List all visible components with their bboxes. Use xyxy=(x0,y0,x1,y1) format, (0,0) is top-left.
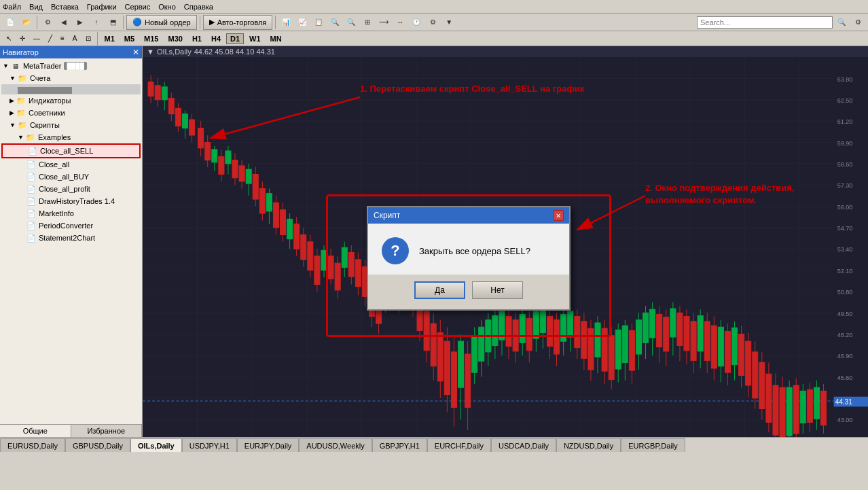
nav-script-close-profit[interactable]: Close_all_profit xyxy=(1,183,141,195)
svg-rect-76 xyxy=(232,160,238,178)
tab-usdjpy-h1[interactable]: USDJPY,H1 xyxy=(182,438,237,452)
tab-gbpusd-daily[interactable]: GBPUSD,Daily xyxy=(65,438,130,452)
svg-rect-64 xyxy=(189,120,195,135)
search-button[interactable]: 🔍 xyxy=(834,15,849,30)
nav-accounts[interactable]: ▼ Счета xyxy=(1,72,141,84)
nav-examples[interactable]: ▼ Examples xyxy=(1,131,141,143)
advisors-expand[interactable]: ▶ xyxy=(10,109,14,116)
zoom-in-btn[interactable]: 🔍 xyxy=(327,15,342,30)
dialog-yes-button[interactable]: Да xyxy=(414,281,465,299)
tab-eurchf-daily[interactable]: EURCHF,Daily xyxy=(427,438,491,452)
back-btn[interactable]: ◀ xyxy=(56,15,71,30)
hline-btn[interactable]: ≡ xyxy=(57,33,68,45)
trendline-btn[interactable]: ╱ xyxy=(45,33,56,45)
tf-h1[interactable]: H1 xyxy=(188,33,206,44)
nav-metatrader[interactable]: ▼ 🖥 MetaTrader ████ xyxy=(1,60,141,72)
indicators-expand[interactable]: ▶ xyxy=(10,97,14,104)
navigator-close-button[interactable]: ✕ xyxy=(132,48,139,57)
more-btn[interactable]: ▼ xyxy=(441,15,456,30)
nav-advisors[interactable]: ▶ Советники xyxy=(1,107,141,119)
tab-audusd-weekly[interactable]: AUDUSD,Weekly xyxy=(299,438,372,452)
nav-script-close-sell[interactable]: Cloce_all_SELL xyxy=(1,143,141,158)
svg-rect-202 xyxy=(664,317,669,351)
new-order-button[interactable]: 🔵 Новый ордер xyxy=(126,15,197,30)
tab-eurgbp-daily[interactable]: EURGBP,Daily xyxy=(621,438,685,452)
cursor-btn[interactable]: ↖ xyxy=(3,33,15,45)
nav-script-draw-history[interactable]: DrawHistoryTrades 1.4 xyxy=(1,195,141,207)
tf-m1[interactable]: M1 xyxy=(101,33,119,44)
periods-btn[interactable]: 🕐 xyxy=(409,15,424,30)
navigator-title: Навигатор xyxy=(3,48,39,56)
tab-eurusd-daily[interactable]: EURUSD,Daily xyxy=(0,438,65,452)
nav-script-close-buy[interactable]: Close_all_BUY xyxy=(1,171,141,183)
nav-account-item[interactable] xyxy=(1,84,141,94)
nav-tab-favorites[interactable]: Избранное xyxy=(71,425,143,437)
autoscroll-btn[interactable]: ↔ xyxy=(393,15,408,30)
tab-eurjpy-daily[interactable]: EURJPY,Daily xyxy=(237,438,300,452)
new-btn[interactable]: 📄 xyxy=(3,15,18,30)
chart-area[interactable]: ▼ OILs,Daily 44.62 45.08 44.10 44.31 xyxy=(143,46,868,437)
tf-d1[interactable]: D1 xyxy=(226,33,244,44)
line-btn[interactable]: — xyxy=(30,33,43,45)
svg-rect-192 xyxy=(629,331,634,371)
tab-nzdusd-daily[interactable]: NZDUSD,Daily xyxy=(556,438,621,452)
zoom-out-btn[interactable]: 🔍 xyxy=(344,15,359,30)
tf-mn[interactable]: MN xyxy=(266,33,286,44)
dialog-no-button[interactable]: Нет xyxy=(472,281,523,299)
menu-insert[interactable]: Вставка xyxy=(51,3,79,11)
nav-script-close-all[interactable]: Close_all xyxy=(1,158,141,171)
menu-window[interactable]: Окно xyxy=(158,3,176,11)
tab-oils-daily[interactable]: OILs,Daily xyxy=(130,438,182,452)
menu-service[interactable]: Сервис xyxy=(125,3,151,11)
options-btn[interactable]: ⚙ xyxy=(425,15,440,30)
search-input[interactable] xyxy=(697,16,833,29)
settings-button[interactable]: ⚙ xyxy=(850,15,865,30)
chart-dropdown-icon[interactable]: ▼ xyxy=(147,48,154,56)
label-btn[interactable]: ⊡ xyxy=(82,33,94,45)
templates-btn[interactable]: 📋 xyxy=(311,15,326,30)
dialog-close-button[interactable]: ✕ xyxy=(553,210,564,221)
tf-m30[interactable]: M30 xyxy=(164,33,186,44)
nav-script-market-info[interactable]: MarketInfo xyxy=(1,207,141,220)
expand-icon[interactable]: ▼ xyxy=(3,63,9,69)
compile-btn[interactable]: ⚙ xyxy=(40,15,55,30)
open-btn[interactable]: 📂 xyxy=(19,15,34,30)
menu-charts[interactable]: Графики xyxy=(87,3,117,11)
menu-help[interactable]: Справка xyxy=(184,3,213,11)
nav-script-period-conv[interactable]: PeriodConverter xyxy=(1,220,141,232)
examples-icon xyxy=(25,132,36,143)
tf-w1[interactable]: W1 xyxy=(245,33,265,44)
nav-indicators[interactable]: ▶ Индикаторы xyxy=(1,94,141,107)
grid-btn[interactable]: ⊞ xyxy=(360,15,375,30)
nav-script-statement[interactable]: Statement2Chart xyxy=(1,232,141,244)
auto-trade-button[interactable]: ▶ Авто-торговля xyxy=(203,15,273,30)
svg-rect-170 xyxy=(554,320,560,354)
svg-rect-80 xyxy=(246,169,251,183)
svg-rect-240 xyxy=(793,385,799,434)
scroll-btn[interactable]: ⟶ xyxy=(376,15,391,30)
down-btn[interactable]: ⬒ xyxy=(105,15,120,30)
chart-props-btn[interactable]: 📊 xyxy=(278,15,293,30)
svg-rect-88 xyxy=(273,203,278,228)
menu-view[interactable]: Вид xyxy=(29,3,43,11)
tab-gbpjpy-h1[interactable]: GBPJPY,H1 xyxy=(372,438,427,452)
up-btn[interactable]: ↑ xyxy=(89,15,104,30)
svg-text:44.31: 44.31 xyxy=(835,398,852,406)
examples-expand[interactable]: ▼ xyxy=(18,134,24,141)
nav-tab-general[interactable]: Общие xyxy=(0,425,71,437)
forward-btn[interactable]: ▶ xyxy=(73,15,88,30)
accounts-expand[interactable]: ▼ xyxy=(10,75,16,82)
svg-rect-166 xyxy=(540,307,545,333)
scripts-expand[interactable]: ▼ xyxy=(10,122,16,128)
tab-usdcad-daily[interactable]: USDCAD,Daily xyxy=(491,438,556,452)
nav-scripts[interactable]: ▼ Скрипты xyxy=(1,119,141,131)
crosshair-btn[interactable]: ✛ xyxy=(16,33,29,45)
script-dialog[interactable]: Скрипт ✕ ? Закрыть все ордера SELL? Да Н… xyxy=(367,206,571,311)
tf-m15[interactable]: M15 xyxy=(140,33,162,44)
tf-m5[interactable]: M5 xyxy=(120,33,139,44)
text-btn[interactable]: A xyxy=(69,33,81,45)
indicators-btn[interactable]: 📈 xyxy=(295,15,310,30)
menu-file[interactable]: Файл xyxy=(3,3,21,11)
tf-h4[interactable]: H4 xyxy=(207,33,225,44)
metatrader-label: MetaTrader xyxy=(23,62,61,70)
